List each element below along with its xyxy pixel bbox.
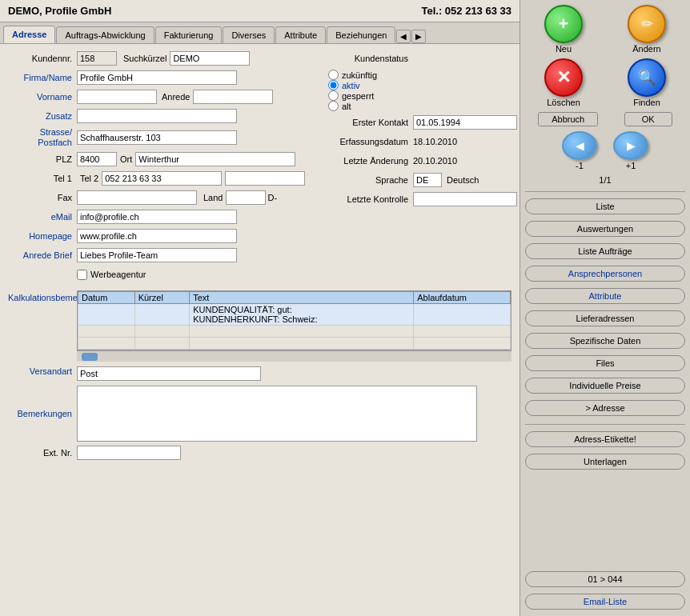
unterlagen-button[interactable]: Unterlagen [525, 454, 685, 470]
nav-plus-item: ▶ +1 [613, 131, 648, 170]
firma-row: Firma/Name [8, 70, 312, 86]
letzte-aenderung-row: Letzte Änderung 20.10.2010 [320, 153, 504, 169]
radio-aktiv-input[interactable] [328, 80, 339, 90]
tab-adresse[interactable]: Adresse [3, 26, 55, 43]
files-button[interactable]: Files [525, 355, 685, 371]
anrede-brief-row: Anrede Brief [8, 247, 312, 263]
ok-button[interactable]: OK [624, 112, 672, 126]
right-panel: + Neu ✏ Ändern ✕ Löschen 🔍 Finden Abbruc… [520, 0, 690, 616]
email-input[interactable] [77, 210, 237, 224]
finden-button-item: 🔍 Finden [628, 58, 666, 107]
tab-beziehungen[interactable]: Beziehungen [327, 26, 395, 43]
suchkuerzel-input[interactable] [170, 51, 250, 66]
kundennr-input[interactable] [77, 51, 117, 66]
loeschen-button[interactable]: ✕ [544, 58, 583, 97]
kalk-cell-datum [78, 304, 135, 326]
plz-input[interactable] [77, 152, 117, 166]
liste-auftraege-button[interactable]: Liste Aufträge [525, 243, 685, 259]
email-label: eMail [8, 212, 72, 222]
erster-kontakt-input[interactable] [413, 115, 517, 130]
ext-nr-input[interactable] [77, 446, 181, 460]
letzte-kontrolle-input[interactable] [413, 192, 517, 206]
code-button[interactable]: 01 > 044 [525, 571, 685, 587]
kalk-col-kuerzel: Kürzel [134, 292, 190, 304]
anrede-label: Anrede [162, 92, 190, 102]
ort-input[interactable] [135, 152, 295, 166]
radio-gesperrt-input[interactable] [328, 90, 339, 101]
tabs-row: Adresse Auftrags-Abwicklung Fakturierung… [0, 22, 520, 44]
aktiv-label: aktiv [342, 81, 360, 90]
aendern-button[interactable]: ✏ [628, 5, 666, 43]
strasse-input[interactable] [77, 130, 237, 145]
abbruch-button[interactable]: Abbruch [538, 112, 598, 126]
tab-auftrags[interactable]: Auftrags-Abwicklung [56, 26, 154, 43]
fax-row: Fax Land D- [8, 190, 312, 206]
kalk-col-datum: Datum [78, 292, 135, 304]
liste-button[interactable]: Liste [525, 198, 685, 214]
auswertungen-button[interactable]: Auswertungen [525, 221, 685, 237]
neu-button[interactable]: + [544, 5, 583, 43]
abbruch-ok-row: Abbruch OK [525, 112, 685, 126]
tab-diverses[interactable]: Diverses [223, 26, 275, 43]
plz-ort-row: PLZ Ort [8, 151, 312, 167]
email-row: eMail [8, 209, 312, 225]
vorname-input[interactable] [77, 90, 157, 104]
anrede-brief-label: Anrede Brief [8, 250, 72, 260]
kalk-table-container: Datum Kürzel Text Ablaufdatum [77, 290, 511, 350]
anrede-input[interactable] [193, 90, 273, 104]
tab-attribute[interactable]: Attribute [275, 26, 326, 43]
attribute-button[interactable]: Attribute [525, 288, 685, 304]
kalk-cell-text: KUNDENQUALITÄT: gut:KUNDENHERKUNFT: Schw… [190, 304, 414, 326]
zusatz-input[interactable] [77, 109, 237, 123]
kalk-col-text: Text [190, 292, 414, 304]
spezifische-daten-button[interactable]: Spezifische Daten [525, 333, 685, 349]
erfassungsdatum-label: Erfassungsdatum [320, 137, 408, 146]
fax-input[interactable] [77, 190, 197, 205]
kalk-data-row-1[interactable]: KUNDENQUALITÄT: gut:KUNDENHERKUNFT: Schw… [78, 304, 511, 326]
nav-row: ◀ -1 ▶ +1 [525, 131, 685, 170]
email-liste-button[interactable]: Email-Liste [525, 594, 685, 610]
kalk-col-ablaufdatum: Ablaufdatum [414, 292, 511, 304]
tab-fakturierung[interactable]: Fakturierung [155, 26, 223, 43]
individuelle-preise-button[interactable]: Individuelle Preise [525, 378, 685, 394]
versandart-input[interactable] [77, 366, 261, 381]
nav-plus-button[interactable]: ▶ [613, 131, 648, 160]
erfassungsdatum-row: Erfassungsdatum 18.10.2010 [320, 134, 504, 150]
strasse-row: Strasse/ Postfach [8, 127, 312, 148]
ansprechpersonen-button[interactable]: Ansprechpersonen [525, 266, 685, 282]
adress-etikette-button[interactable]: Adress-Etikette! [525, 431, 685, 447]
aendern-button-item: ✏ Ändern [628, 5, 666, 54]
kalk-data-row-3 [78, 338, 511, 350]
sprache-row: Sprache Deutsch [320, 172, 504, 188]
tab-prev[interactable]: ◀ [396, 30, 411, 43]
tel-row: Tel 1 Tel 2 [8, 170, 312, 186]
bemerkungen-row: Bemerkungen [8, 386, 511, 442]
form-content: Kundennr. Suchkürzel Firma/Name Vorname [0, 44, 520, 616]
bemerkungen-label: Bemerkungen [8, 409, 72, 418]
anrede-brief-input[interactable] [77, 248, 237, 262]
werbeagentur-checkbox[interactable] [77, 270, 87, 280]
firma-input[interactable] [77, 70, 237, 85]
lieferadressen-button[interactable]: Lieferadressen [525, 310, 685, 326]
vorname-row: Vorname Anrede [8, 89, 312, 105]
adresse-button[interactable]: > Adresse [525, 400, 685, 416]
tel1-input[interactable] [102, 171, 222, 186]
tel2-input[interactable] [225, 171, 305, 186]
sprache-code-input[interactable] [413, 173, 442, 187]
radio-zukunftig-input[interactable] [328, 70, 339, 80]
kalk-table-wrapper: Datum Kürzel Text Ablaufdatum [77, 290, 511, 362]
bemerkungen-textarea[interactable] [77, 386, 477, 442]
werbeagentur-checkbox-item: Werbeagentur [77, 270, 146, 280]
radio-gesperrt: gesperrt [328, 90, 504, 101]
nav-minus-button[interactable]: ◀ [562, 131, 597, 160]
finden-button[interactable]: 🔍 [628, 58, 666, 97]
homepage-input[interactable] [77, 229, 237, 243]
nav-plus-label: +1 [626, 161, 636, 170]
tab-next[interactable]: ▶ [411, 30, 426, 43]
land-input[interactable] [226, 190, 266, 205]
radio-alt-input[interactable] [328, 101, 339, 111]
gesperrt-label: gesperrt [342, 91, 374, 101]
kalk-scrollbar[interactable] [77, 350, 511, 362]
ext-nr-label: Ext. Nr. [8, 448, 72, 458]
separator-1 [525, 191, 685, 192]
